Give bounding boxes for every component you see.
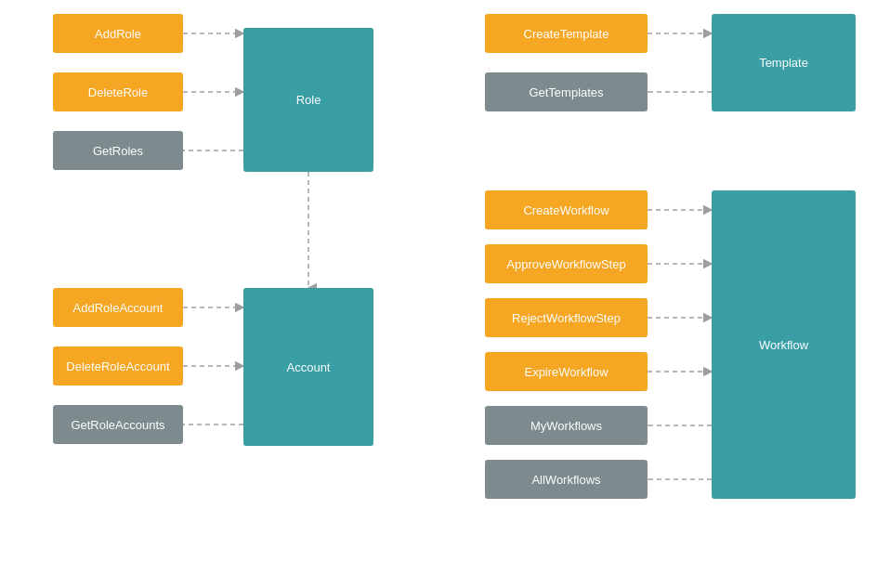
getRoles-node: GetRoles	[53, 131, 183, 170]
approveWorkflow-node: ApproveWorkflowStep	[485, 244, 648, 283]
myWorkflows-node: MyWorkflows	[485, 406, 648, 445]
diagram: AddRoleDeleteRoleGetRolesRoleAddRoleAcco…	[0, 0, 890, 588]
expireWorkflow-node: ExpireWorkflow	[485, 352, 648, 391]
workflow-node: Workflow	[712, 190, 856, 499]
createTemplate-node: CreateTemplate	[485, 14, 648, 53]
template-node: Template	[712, 14, 856, 111]
deleteRoleAccount-node: DeleteRoleAccount	[53, 346, 183, 385]
role-node: Role	[243, 28, 373, 172]
deleteRole-node: DeleteRole	[53, 72, 183, 111]
allWorkflows-node: AllWorkflows	[485, 460, 648, 499]
getTemplates-node: GetTemplates	[485, 72, 648, 111]
rejectWorkflow-node: RejectWorkflowStep	[485, 298, 648, 337]
createWorkflow-node: CreateWorkflow	[485, 190, 648, 229]
getRoleAccounts-node: GetRoleAccounts	[53, 405, 183, 444]
account-node: Account	[243, 288, 373, 446]
addRole-node: AddRole	[53, 14, 183, 53]
addRoleAccount-node: AddRoleAccount	[53, 288, 183, 327]
